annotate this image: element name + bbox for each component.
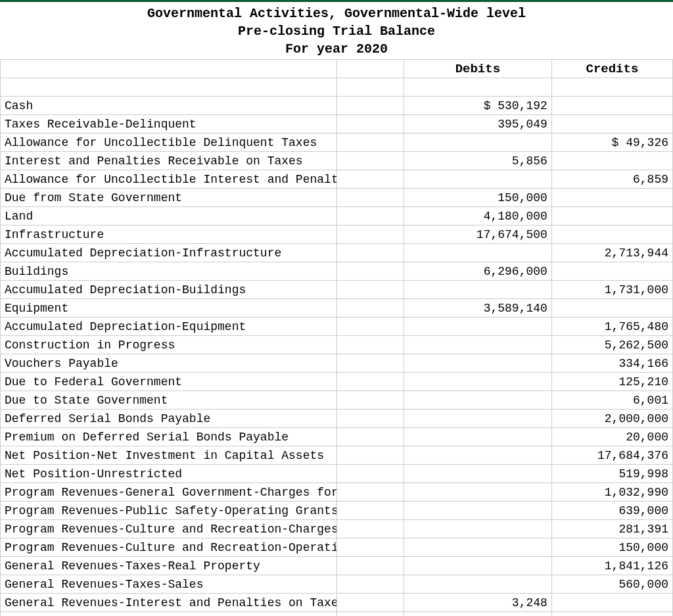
account-debit [404, 170, 551, 189]
title-line-1: Governmental Activities, Governmental-Wi… [0, 5, 673, 22]
account-credit [551, 594, 672, 612]
account-debit [404, 354, 551, 373]
blank-row [1, 78, 673, 97]
account-row: Net Position-Unrestricted519,998 [1, 465, 673, 483]
account-row: Accumulated Depreciation-Infrastructure2… [1, 244, 673, 262]
account-label: Net Position-Unrestricted [1, 465, 337, 483]
account-row: General Revenues-Interest and Penalties … [1, 594, 673, 612]
title-line-2: Pre-closing Trial Balance [0, 22, 673, 40]
account-row: Vouchers Payable334,166 [1, 354, 673, 373]
account-credit [551, 262, 672, 281]
account-debit [404, 465, 551, 483]
account-debit [404, 244, 551, 262]
account-credit [551, 225, 672, 244]
account-label: Accumulated Depreciation-Equipment [1, 318, 337, 336]
account-debit [404, 391, 551, 410]
account-row: Infrastructure17,674,500 [1, 225, 673, 244]
account-label: Vouchers Payable [1, 354, 337, 373]
account-credit: 6,001 [551, 391, 672, 410]
header-blank-2 [336, 60, 404, 78]
account-credit: $ 49,326 [551, 133, 672, 152]
account-label: General Revenues-Interest and Penalties … [1, 594, 337, 612]
account-label: Premium on Deferred Serial Bonds Payable [1, 428, 337, 446]
account-row: Expenses-General Government794,284 [1, 612, 673, 617]
account-row: Allowance for Uncollectible Delinquent T… [1, 133, 673, 152]
account-debit [404, 373, 551, 391]
account-credit: 560,000 [551, 575, 672, 594]
account-row: Due to Federal Government125,210 [1, 373, 673, 391]
account-label: Program Revenues-General Government-Char… [1, 483, 337, 502]
account-credit: 125,210 [551, 373, 672, 391]
account-debit: 794,284 [404, 612, 551, 617]
account-row: Construction in Progress5,262,500 [1, 336, 673, 354]
account-label: Buildings [1, 262, 337, 281]
account-row: Program Revenues-Culture and Recreation-… [1, 520, 673, 538]
account-debit: 4,180,000 [404, 207, 551, 225]
account-label: Taxes Receivable-Delinquent [1, 115, 337, 133]
account-debit [404, 483, 551, 502]
account-credit: 2,000,000 [551, 410, 672, 428]
account-debit [404, 133, 551, 152]
account-credit: 1,731,000 [551, 281, 672, 299]
account-debit [404, 318, 551, 336]
account-row: Land4,180,000 [1, 207, 673, 225]
account-credit: 2,713,944 [551, 244, 672, 262]
account-debit: 150,000 [404, 189, 551, 207]
account-credit: 1,032,990 [551, 483, 672, 502]
account-label: Land [1, 207, 337, 225]
account-credit: 20,000 [551, 428, 672, 446]
account-debit [404, 446, 551, 465]
account-row: Allowance for Uncollectible Interest and… [1, 170, 673, 189]
account-debit [404, 575, 551, 594]
account-row: Premium on Deferred Serial Bonds Payable… [1, 428, 673, 446]
account-debit [404, 502, 551, 520]
account-debit [404, 428, 551, 446]
header-blank-1 [1, 60, 337, 78]
account-debit [404, 520, 551, 538]
account-label: Infrastructure [1, 225, 337, 244]
account-credit: 281,391 [551, 520, 672, 538]
account-row: Taxes Receivable-Delinquent395,049 [1, 115, 673, 133]
account-label: Allowance for Uncollectible Interest and… [1, 170, 337, 189]
account-debit: $ 530,192 [404, 97, 551, 115]
account-row: Accumulated Depreciation-Buildings1,731,… [1, 281, 673, 299]
account-credit: 6,859 [551, 170, 672, 189]
account-row: Cash$ 530,192 [1, 97, 673, 115]
account-debit: 3,589,140 [404, 299, 551, 318]
trial-balance-sheet: Governmental Activities, Governmental-Wi… [0, 0, 673, 616]
account-credit: 17,684,376 [551, 446, 672, 465]
header-row: Debits Credits [1, 60, 673, 78]
account-label: Interest and Penalties Receivable on Tax… [1, 152, 337, 170]
account-label: General Revenues-Taxes-Real Property [1, 557, 337, 575]
account-debit: 6,296,000 [404, 262, 551, 281]
account-credit [551, 97, 672, 115]
account-label: Program Revenues-Culture and Recreation-… [1, 538, 337, 557]
account-row: Deferred Serial Bonds Payable2,000,000 [1, 410, 673, 428]
account-row: Net Position-Net Investment in Capital A… [1, 446, 673, 465]
account-label: Due to Federal Government [1, 373, 337, 391]
account-debit [404, 557, 551, 575]
account-row: Program Revenues-General Government-Char… [1, 483, 673, 502]
header-credits: Credits [551, 60, 672, 78]
title-block: Governmental Activities, Governmental-Wi… [0, 2, 673, 59]
account-debit: 5,856 [404, 152, 551, 170]
account-credit [551, 299, 672, 318]
account-row: Equipment3,589,140 [1, 299, 673, 318]
account-row: Due from State Government150,000 [1, 189, 673, 207]
account-debit [404, 336, 551, 354]
account-credit: 150,000 [551, 538, 672, 557]
account-label: Cash [1, 97, 337, 115]
account-label: Due to State Government [1, 391, 337, 410]
account-label: Accumulated Depreciation-Infrastructure [1, 244, 337, 262]
account-credit [551, 612, 672, 617]
account-row: Accumulated Depreciation-Equipment1,765,… [1, 318, 673, 336]
account-debit [404, 538, 551, 557]
account-credit: 639,000 [551, 502, 672, 520]
account-label: Equipment [1, 299, 337, 318]
account-credit [551, 115, 672, 133]
account-label: Due from State Government [1, 189, 337, 207]
account-credit: 519,998 [551, 465, 672, 483]
account-credit: 1,765,480 [551, 318, 672, 336]
account-credit [551, 152, 672, 170]
account-debit: 3,248 [404, 594, 551, 612]
